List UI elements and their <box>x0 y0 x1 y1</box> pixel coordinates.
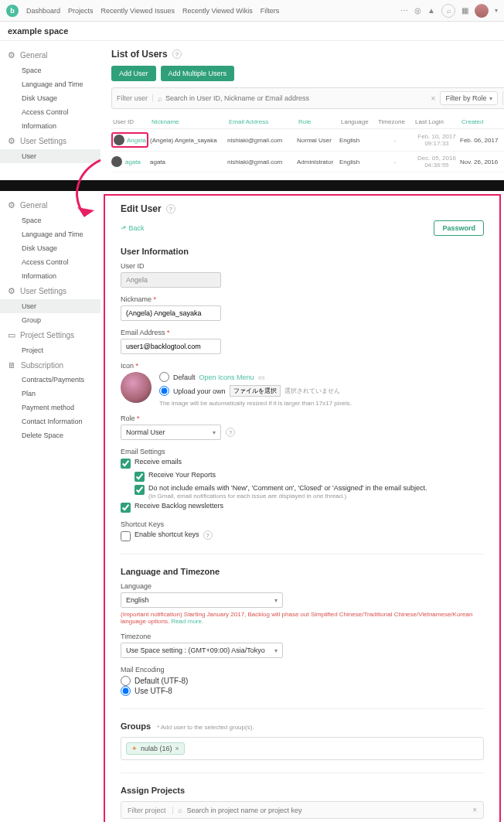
cell-lang: English <box>339 159 376 165</box>
file-select-button[interactable]: ファイルを選択 <box>230 385 281 397</box>
encoding-default-radio[interactable] <box>121 676 131 686</box>
cell-role: Normal User <box>297 137 339 144</box>
gear-icon: ⚙ <box>8 200 15 210</box>
gmail-note: (In Gmail, email notifications for each … <box>148 493 346 500</box>
apps-icon[interactable]: ▦ <box>461 6 468 15</box>
sidebar-item-user[interactable]: User <box>0 149 100 163</box>
clear-icon[interactable]: × <box>431 94 436 103</box>
help-icon[interactable]: ? <box>203 530 213 540</box>
projects-icon: ▭ <box>8 330 15 340</box>
sidebar-item-lang[interactable]: Language and Time <box>0 77 100 91</box>
sidebar-item-disk[interactable]: Disk Usage <box>0 91 100 105</box>
password-button[interactable]: Password <box>434 220 484 236</box>
th-created[interactable]: Created <box>460 118 504 125</box>
sidebar-item-access[interactable]: Access Control <box>0 255 100 269</box>
edit-user-panel: Edit User ? Back Password User Informati… <box>105 196 499 822</box>
email-field[interactable] <box>121 339 221 354</box>
sidebar-item-space[interactable]: Space <box>0 213 100 227</box>
clear-icon[interactable]: × <box>472 806 477 814</box>
th-lastlogin[interactable]: Last Login <box>414 118 460 125</box>
section-user-info: User Information <box>121 247 484 256</box>
cell-tz: - <box>376 137 414 144</box>
receive-emails-checkbox[interactable] <box>121 459 131 469</box>
cell-role: Administrator <box>297 159 339 165</box>
encoding-utf8-radio[interactable] <box>121 686 131 696</box>
receive-reports-checkbox[interactable] <box>135 472 145 482</box>
th-nickname[interactable]: Nickname <box>150 118 227 125</box>
help-icon[interactable]: ? <box>166 204 175 213</box>
filter-role-select[interactable]: Filter by Role▾ <box>440 91 498 105</box>
no-include-checkbox[interactable] <box>135 485 145 495</box>
more-icon[interactable]: ⋯ <box>400 6 408 15</box>
project-search-input[interactable] <box>187 807 468 814</box>
sidebar-item-user[interactable]: User <box>0 299 100 313</box>
sidebar-group-user-settings[interactable]: ⚙User Settings <box>0 283 100 299</box>
th-timezone[interactable]: Timezone <box>376 118 414 125</box>
sidebar-bottom: ⚙General Space Language and Time Disk Us… <box>0 191 100 822</box>
bell-icon[interactable]: ▲ <box>427 6 435 15</box>
user-link[interactable]: agata <box>125 159 141 165</box>
encoding-utf8-label: Use UTF-8 <box>135 687 172 695</box>
icon-default-radio[interactable] <box>159 372 169 382</box>
nav-recent-issues[interactable]: Recently Viewed Issues <box>101 7 175 15</box>
chevron-down-icon[interactable]: ▾ <box>495 7 498 14</box>
groups-box[interactable]: ✦ nulab (16) × <box>121 737 484 760</box>
nickname-field[interactable] <box>121 305 221 321</box>
sidebar-item-contact[interactable]: Contact Information <box>0 414 100 428</box>
sidebar-group-general[interactable]: ⚙General <box>0 197 100 213</box>
sidebar-item-payment[interactable]: Payment method <box>0 401 100 414</box>
space-name: example space <box>0 22 504 41</box>
add-user-button[interactable]: Add User <box>111 66 156 81</box>
read-more-link[interactable]: Read more. <box>171 618 203 625</box>
nav-projects[interactable]: Projects <box>68 7 94 15</box>
remove-tag-icon[interactable]: × <box>175 745 179 752</box>
table-row[interactable]: agata agata nishiaki@gmail.com Administr… <box>111 152 504 172</box>
sidebar-item-plan[interactable]: Plan <box>0 387 100 401</box>
shortcut-checkbox[interactable] <box>121 531 131 541</box>
open-icons-link[interactable]: Open Icons Menu <box>199 373 254 381</box>
timezone-select[interactable]: Use Space setting : (GMT+09:00) Asia/Tok… <box>121 643 283 658</box>
th-language[interactable]: Language <box>339 118 376 125</box>
sidebar-group-subscription[interactable]: 🗎Subscription <box>0 357 100 373</box>
sidebar-group-project-settings[interactable]: ▭Project Settings <box>0 327 100 343</box>
sidebar-item-info[interactable]: Information <box>0 119 100 133</box>
app-logo[interactable]: b <box>6 5 19 17</box>
language-select[interactable]: English▾ <box>121 592 283 608</box>
search-icon[interactable]: ⌕ <box>441 4 455 18</box>
group-tag-label: nulab (16) <box>141 745 172 752</box>
sidebar-item-project[interactable]: Project <box>0 343 100 357</box>
sidebar-item-lang[interactable]: Language and Time <box>0 227 100 241</box>
icon-upload-radio[interactable] <box>159 386 169 396</box>
user-avatar[interactable] <box>475 4 489 18</box>
add-multiple-users-button[interactable]: Add Multiple Users <box>161 66 235 81</box>
th-role[interactable]: Role <box>297 118 339 125</box>
nav-recent-wikis[interactable]: Recently Viewed Wikis <box>182 7 253 15</box>
th-email[interactable]: Email Address <box>227 118 297 125</box>
nav-dashboard[interactable]: Dashboard <box>26 7 60 15</box>
sidebar-item-access[interactable]: Access Control <box>0 105 100 119</box>
user-link[interactable]: Angela <box>127 137 146 144</box>
shortcut-label: Shortcut Keys <box>121 520 484 528</box>
help-icon[interactable]: ? <box>172 49 182 59</box>
sidebar-item-group[interactable]: Group <box>0 313 100 327</box>
search-input[interactable] <box>165 94 428 102</box>
sidebar-group-user-settings[interactable]: ⚙User Settings <box>0 133 100 149</box>
role-select[interactable]: Normal User▾ <box>121 425 221 440</box>
table-row[interactable]: Angela (Angela) Angela_sayaka nishiaki@g… <box>111 129 504 152</box>
nav-filters[interactable]: Filters <box>261 7 280 15</box>
th-userid[interactable]: User ID <box>111 118 150 125</box>
sidebar-item-contracts[interactable]: Contracts/Payments <box>0 373 100 387</box>
sidebar-group-general[interactable]: ⚙General <box>0 47 100 63</box>
globe-icon[interactable]: ◎ <box>414 6 421 15</box>
sidebar-item-delete-space[interactable]: Delete Space <box>0 428 100 442</box>
back-link[interactable]: Back <box>121 224 145 232</box>
search-icon: ⌕ <box>178 806 182 814</box>
help-icon[interactable]: ? <box>226 428 235 437</box>
sidebar-item-space[interactable]: Space <box>0 63 100 77</box>
receive-newsletter-checkbox[interactable] <box>121 503 131 513</box>
sidebar-item-info[interactable]: Information <box>0 269 100 283</box>
gear-icon: ⚙ <box>8 286 15 296</box>
cell-lang: English <box>339 137 376 144</box>
sidebar-item-disk[interactable]: Disk Usage <box>0 241 100 255</box>
filter-bar: Filter user ⌕ × Filter by Role▾ Filter b… <box>111 87 504 109</box>
